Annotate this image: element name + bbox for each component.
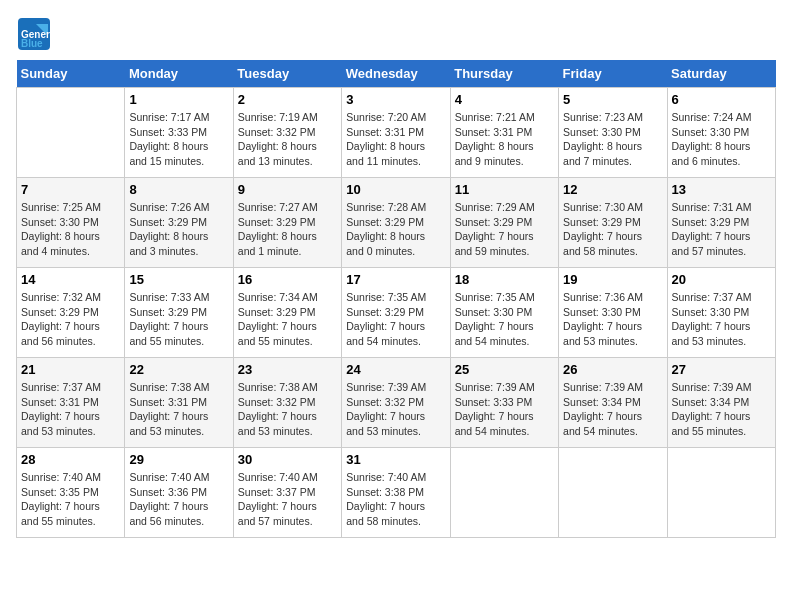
day-info: Sunrise: 7:31 AM Sunset: 3:29 PM Dayligh… [672,200,771,259]
calendar-cell: 13Sunrise: 7:31 AM Sunset: 3:29 PM Dayli… [667,178,775,268]
calendar-cell: 11Sunrise: 7:29 AM Sunset: 3:29 PM Dayli… [450,178,558,268]
calendar-cell: 1Sunrise: 7:17 AM Sunset: 3:33 PM Daylig… [125,88,233,178]
day-info: Sunrise: 7:38 AM Sunset: 3:31 PM Dayligh… [129,380,228,439]
day-info: Sunrise: 7:38 AM Sunset: 3:32 PM Dayligh… [238,380,337,439]
day-number: 25 [455,362,554,377]
calendar-week-3: 14Sunrise: 7:32 AM Sunset: 3:29 PM Dayli… [17,268,776,358]
weekday-header-sunday: Sunday [17,60,125,88]
calendar-cell: 9Sunrise: 7:27 AM Sunset: 3:29 PM Daylig… [233,178,341,268]
calendar-cell: 3Sunrise: 7:20 AM Sunset: 3:31 PM Daylig… [342,88,450,178]
day-info: Sunrise: 7:37 AM Sunset: 3:30 PM Dayligh… [672,290,771,349]
calendar-week-2: 7Sunrise: 7:25 AM Sunset: 3:30 PM Daylig… [17,178,776,268]
day-number: 10 [346,182,445,197]
weekday-header-monday: Monday [125,60,233,88]
weekday-header-saturday: Saturday [667,60,775,88]
day-number: 15 [129,272,228,287]
calendar-cell: 23Sunrise: 7:38 AM Sunset: 3:32 PM Dayli… [233,358,341,448]
calendar-cell: 17Sunrise: 7:35 AM Sunset: 3:29 PM Dayli… [342,268,450,358]
calendar-cell: 26Sunrise: 7:39 AM Sunset: 3:34 PM Dayli… [559,358,667,448]
day-number: 26 [563,362,662,377]
day-info: Sunrise: 7:26 AM Sunset: 3:29 PM Dayligh… [129,200,228,259]
calendar-cell: 19Sunrise: 7:36 AM Sunset: 3:30 PM Dayli… [559,268,667,358]
day-number: 22 [129,362,228,377]
calendar-cell: 7Sunrise: 7:25 AM Sunset: 3:30 PM Daylig… [17,178,125,268]
calendar-cell: 4Sunrise: 7:21 AM Sunset: 3:31 PM Daylig… [450,88,558,178]
calendar-table: SundayMondayTuesdayWednesdayThursdayFrid… [16,60,776,538]
calendar-cell: 5Sunrise: 7:23 AM Sunset: 3:30 PM Daylig… [559,88,667,178]
calendar-cell: 8Sunrise: 7:26 AM Sunset: 3:29 PM Daylig… [125,178,233,268]
day-number: 5 [563,92,662,107]
day-number: 28 [21,452,120,467]
calendar-cell: 15Sunrise: 7:33 AM Sunset: 3:29 PM Dayli… [125,268,233,358]
day-info: Sunrise: 7:37 AM Sunset: 3:31 PM Dayligh… [21,380,120,439]
calendar-cell [17,88,125,178]
calendar-cell [559,448,667,538]
day-info: Sunrise: 7:39 AM Sunset: 3:34 PM Dayligh… [563,380,662,439]
svg-text:Blue: Blue [21,38,43,49]
day-info: Sunrise: 7:29 AM Sunset: 3:29 PM Dayligh… [455,200,554,259]
calendar-cell: 14Sunrise: 7:32 AM Sunset: 3:29 PM Dayli… [17,268,125,358]
day-number: 4 [455,92,554,107]
day-number: 18 [455,272,554,287]
day-info: Sunrise: 7:20 AM Sunset: 3:31 PM Dayligh… [346,110,445,169]
calendar-cell: 2Sunrise: 7:19 AM Sunset: 3:32 PM Daylig… [233,88,341,178]
calendar-week-1: 1Sunrise: 7:17 AM Sunset: 3:33 PM Daylig… [17,88,776,178]
day-number: 11 [455,182,554,197]
calendar-cell: 21Sunrise: 7:37 AM Sunset: 3:31 PM Dayli… [17,358,125,448]
day-info: Sunrise: 7:40 AM Sunset: 3:36 PM Dayligh… [129,470,228,529]
day-number: 29 [129,452,228,467]
calendar-cell: 24Sunrise: 7:39 AM Sunset: 3:32 PM Dayli… [342,358,450,448]
day-info: Sunrise: 7:25 AM Sunset: 3:30 PM Dayligh… [21,200,120,259]
calendar-cell: 27Sunrise: 7:39 AM Sunset: 3:34 PM Dayli… [667,358,775,448]
calendar-cell: 25Sunrise: 7:39 AM Sunset: 3:33 PM Dayli… [450,358,558,448]
day-number: 19 [563,272,662,287]
page-container: General Blue SundayMondayTuesdayWednesda… [16,16,776,538]
day-number: 17 [346,272,445,287]
day-info: Sunrise: 7:40 AM Sunset: 3:35 PM Dayligh… [21,470,120,529]
day-info: Sunrise: 7:28 AM Sunset: 3:29 PM Dayligh… [346,200,445,259]
day-info: Sunrise: 7:39 AM Sunset: 3:32 PM Dayligh… [346,380,445,439]
day-info: Sunrise: 7:24 AM Sunset: 3:30 PM Dayligh… [672,110,771,169]
calendar-cell: 16Sunrise: 7:34 AM Sunset: 3:29 PM Dayli… [233,268,341,358]
logo: General Blue [16,16,52,52]
calendar-cell [450,448,558,538]
day-info: Sunrise: 7:27 AM Sunset: 3:29 PM Dayligh… [238,200,337,259]
calendar-cell: 6Sunrise: 7:24 AM Sunset: 3:30 PM Daylig… [667,88,775,178]
day-info: Sunrise: 7:40 AM Sunset: 3:37 PM Dayligh… [238,470,337,529]
day-number: 14 [21,272,120,287]
day-number: 13 [672,182,771,197]
day-info: Sunrise: 7:35 AM Sunset: 3:29 PM Dayligh… [346,290,445,349]
weekday-header-row: SundayMondayTuesdayWednesdayThursdayFrid… [17,60,776,88]
logo-icon: General Blue [16,16,52,52]
day-info: Sunrise: 7:32 AM Sunset: 3:29 PM Dayligh… [21,290,120,349]
day-info: Sunrise: 7:35 AM Sunset: 3:30 PM Dayligh… [455,290,554,349]
calendar-cell: 10Sunrise: 7:28 AM Sunset: 3:29 PM Dayli… [342,178,450,268]
calendar-cell: 18Sunrise: 7:35 AM Sunset: 3:30 PM Dayli… [450,268,558,358]
day-info: Sunrise: 7:17 AM Sunset: 3:33 PM Dayligh… [129,110,228,169]
day-info: Sunrise: 7:19 AM Sunset: 3:32 PM Dayligh… [238,110,337,169]
day-number: 16 [238,272,337,287]
day-number: 2 [238,92,337,107]
weekday-header-friday: Friday [559,60,667,88]
day-info: Sunrise: 7:39 AM Sunset: 3:33 PM Dayligh… [455,380,554,439]
day-info: Sunrise: 7:34 AM Sunset: 3:29 PM Dayligh… [238,290,337,349]
day-number: 24 [346,362,445,377]
calendar-cell: 22Sunrise: 7:38 AM Sunset: 3:31 PM Dayli… [125,358,233,448]
day-info: Sunrise: 7:36 AM Sunset: 3:30 PM Dayligh… [563,290,662,349]
day-number: 21 [21,362,120,377]
day-info: Sunrise: 7:33 AM Sunset: 3:29 PM Dayligh… [129,290,228,349]
day-info: Sunrise: 7:23 AM Sunset: 3:30 PM Dayligh… [563,110,662,169]
weekday-header-thursday: Thursday [450,60,558,88]
calendar-week-4: 21Sunrise: 7:37 AM Sunset: 3:31 PM Dayli… [17,358,776,448]
day-info: Sunrise: 7:39 AM Sunset: 3:34 PM Dayligh… [672,380,771,439]
day-number: 31 [346,452,445,467]
day-number: 1 [129,92,228,107]
day-info: Sunrise: 7:30 AM Sunset: 3:29 PM Dayligh… [563,200,662,259]
day-number: 20 [672,272,771,287]
day-number: 7 [21,182,120,197]
day-number: 6 [672,92,771,107]
day-number: 9 [238,182,337,197]
weekday-header-tuesday: Tuesday [233,60,341,88]
calendar-cell: 20Sunrise: 7:37 AM Sunset: 3:30 PM Dayli… [667,268,775,358]
day-number: 8 [129,182,228,197]
